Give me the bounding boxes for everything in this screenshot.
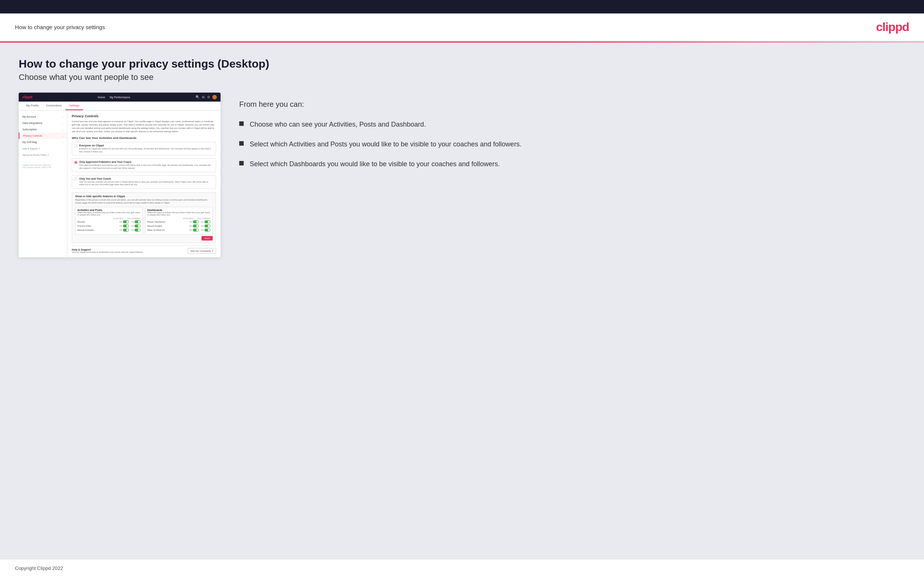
mock-help-title: Help & Support	[72, 248, 144, 251]
mock-logo: clippd	[23, 95, 32, 99]
toggle-row-rounds: Rounds ON ON	[78, 220, 141, 223]
bullet-square-1	[239, 121, 244, 126]
mock-nav-performance: My Performance	[110, 96, 130, 99]
mock-sidebar-help[interactable]: Help & Support ↗	[19, 145, 67, 152]
mock-help: Help & Support Visit our Clippd communit…	[72, 245, 216, 253]
mock-sidebar-golfbag[interactable]: My Golf Bag ›	[19, 139, 67, 145]
grid-icon: ⊞	[202, 95, 205, 99]
bullet-square-3	[239, 161, 244, 166]
mock-panel-title: Privacy Controls	[72, 114, 216, 118]
mock-sidebar-subscription[interactable]: Subscription ›	[19, 126, 67, 132]
bullet-item-1: Choose who can see your Activities, Post…	[239, 120, 905, 129]
mock-tab-myprofile[interactable]: My Profile	[23, 102, 42, 110]
toggle-rounds-followers[interactable]	[134, 220, 141, 223]
mock-nav: clippd Home My Performance 🔍 ⊞ ⚙	[19, 93, 221, 102]
radio-circle-everyone	[74, 145, 78, 148]
mock-radio-coach-only[interactable]: Only You and Your Coach Only you and the…	[72, 175, 216, 189]
page-heading: How to change your privacy settings (Des…	[19, 58, 905, 70]
chevron-icon: ›	[62, 129, 63, 131]
bullet-text-1: Choose who can see your Activities, Post…	[250, 120, 426, 129]
mock-sidebar-integrations[interactable]: Data Integrations ›	[19, 120, 67, 126]
logo: clippd	[876, 20, 909, 34]
mock-who-can-see-title: Who Can See Your Activities and Dashboar…	[72, 136, 216, 140]
toggle-roundinsights-followers[interactable]	[204, 224, 210, 227]
mock-nav-icons: 🔍 ⊞ ⚙	[195, 95, 217, 99]
mock-save-button[interactable]: Save	[202, 236, 213, 240]
mock-panel-desc: Control how you and your data appears to…	[72, 120, 216, 133]
chevron-icon: ›	[62, 122, 63, 124]
toggle-drills-coaches[interactable]	[123, 224, 129, 227]
radio-circle-coach	[74, 178, 78, 181]
avatar-icon	[212, 95, 217, 99]
toggle-row-drills: Practice Drills ON ON	[78, 224, 141, 227]
toggle-roundinsights-coaches[interactable]	[193, 224, 199, 227]
mock-sidebar-privacy-policy[interactable]: Service & Privacy Policy ↗	[19, 152, 67, 158]
page-subheading: Choose what you want people to see	[19, 73, 905, 82]
from-here-title: From here you can:	[239, 100, 905, 109]
toggle-playerdash-coaches[interactable]	[193, 220, 199, 223]
mock-subnav: My Profile Connections Settings	[19, 102, 221, 111]
mock-radio-everyone[interactable]: Everyone on Clippd Everyone on Clippd ca…	[72, 142, 216, 155]
mock-body: My Account › Data Integrations › Subscri…	[19, 111, 221, 257]
mock-tab-settings[interactable]: Settings	[65, 102, 83, 110]
mock-sidebar: My Account › Data Integrations › Subscri…	[19, 111, 67, 257]
top-bar	[0, 0, 924, 13]
mock-app: clippd Home My Performance 🔍 ⊞ ⚙ My Prof…	[19, 93, 221, 257]
header-title: How to change your privacy settings	[15, 24, 105, 30]
toggle-drills-followers[interactable]	[134, 224, 141, 227]
header: How to change your privacy settings clip…	[0, 13, 924, 42]
toggle-manual-followers[interactable]	[134, 229, 141, 232]
mock-radio-group: Everyone on Clippd Everyone on Clippd ca…	[72, 142, 216, 189]
toggle-whattowork-coaches[interactable]	[193, 229, 199, 232]
mock-toggle-section-desc: Regardless of the privacy controls that …	[75, 199, 213, 204]
mock-sidebar-myaccount[interactable]: My Account ›	[19, 114, 67, 120]
mock-help-community-button[interactable]: Visit Our Community ↗	[187, 248, 216, 253]
bullet-text-2: Select which Activities and Posts you wo…	[250, 140, 522, 149]
search-icon: 🔍	[195, 95, 200, 99]
screenshot-mockup: clippd Home My Performance 🔍 ⊞ ⚙ My Prof…	[19, 93, 221, 257]
copyright: Copyright Clippd 2022	[15, 566, 63, 571]
bullet-list: Choose who can see your Activities, Post…	[239, 120, 905, 169]
mock-help-desc: Visit our Clippd community to troublesho…	[72, 251, 144, 253]
mock-toggle-dashboards: Dashboards Select the types of activity …	[145, 207, 213, 235]
mock-panel: Privacy Controls Control how you and you…	[67, 111, 221, 257]
toggle-row-round-insights: Round Insights ON ON	[147, 224, 210, 227]
toggle-row-manual: Manual Activities ON ON	[78, 229, 141, 232]
bullet-item-2: Select which Activities and Posts you wo…	[239, 140, 905, 149]
toggle-rounds-coaches[interactable]	[123, 220, 129, 223]
mock-nav-home: Home	[98, 96, 105, 99]
mock-toggle-activities: Activities and Posts Select the types of…	[75, 207, 143, 235]
mock-toggle-section: Show or hide specific features in Clippd…	[72, 192, 216, 243]
chevron-icon: ›	[62, 135, 63, 137]
mock-tab-connections[interactable]: Connections	[42, 102, 65, 110]
toggle-row-player-dashboard: Player Dashboard ON ON	[147, 220, 210, 223]
info-panel: From here you can: Choose who can see yo…	[236, 93, 905, 169]
content-row: clippd Home My Performance 🔍 ⊞ ⚙ My Prof…	[19, 93, 905, 257]
toggle-row-what-to-work: What To Work On ON ON	[147, 229, 210, 232]
footer: Copyright Clippd 2022	[0, 559, 924, 577]
chevron-icon: ›	[62, 116, 63, 118]
mock-sidebar-version: Clippd Client Version: 2022.8.2SQL Serve…	[19, 162, 67, 171]
main-content: How to change your privacy settings (Des…	[0, 43, 924, 559]
mock-nav-links: Home My Performance	[98, 96, 130, 99]
toggle-playerdash-followers[interactable]	[204, 220, 210, 223]
bullet-text-3: Select which Dashboards you would like t…	[250, 160, 500, 169]
chevron-icon: ›	[62, 141, 63, 143]
radio-circle-followers	[74, 161, 78, 164]
mock-toggle-section-title: Show or hide specific features in Clippd	[75, 195, 213, 198]
mock-save-row: Save	[75, 236, 213, 240]
settings-icon: ⚙	[207, 95, 210, 99]
bullet-item-3: Select which Dashboards you would like t…	[239, 160, 905, 169]
toggle-manual-coaches[interactable]	[123, 229, 129, 232]
mock-radio-followers[interactable]: Only Approved Followers and Your Coach O…	[72, 158, 216, 172]
toggle-whattowork-followers[interactable]	[204, 229, 210, 232]
bullet-square-2	[239, 141, 244, 146]
mock-sidebar-privacy[interactable]: Privacy Controls ›	[19, 132, 67, 139]
mock-toggle-grid: Activities and Posts Select the types of…	[75, 207, 213, 235]
